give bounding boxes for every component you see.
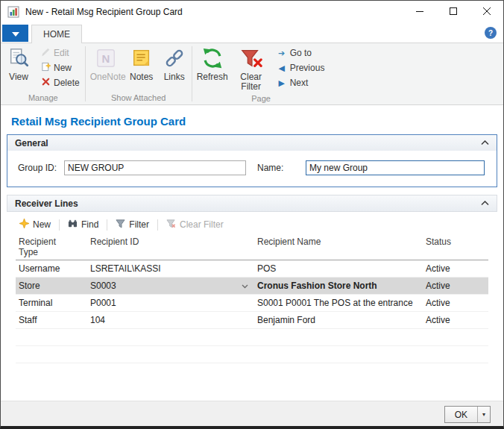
table-row[interactable]: Terminal P0001 S0001 P0001 The POS at th… (16, 295, 488, 312)
goto-label: Go to (290, 48, 312, 58)
ribbon-separator (192, 46, 192, 101)
goto-icon: ➔ (277, 48, 287, 58)
general-section-header[interactable]: General (7, 135, 497, 151)
line-clear-filter-button: Clear Filter (160, 219, 230, 231)
lines-toolbar: New Find Filter (13, 217, 503, 232)
group-id-input[interactable] (64, 160, 246, 175)
next-label: Next (290, 78, 309, 88)
ribbon-group-show-attached: N OneNote Notes (86, 43, 191, 104)
table-row[interactable]: Username LSRETAIL\KASSI POS Active (16, 260, 488, 278)
line-find-button[interactable]: Find (61, 219, 105, 231)
links-icon (163, 47, 186, 72)
refresh-icon (201, 47, 224, 72)
manage-group-label: Manage (2, 93, 84, 104)
cell-recipient-name[interactable]: S0001 P0001 The POS at the entrance (254, 298, 423, 308)
filter-funnel-icon (116, 219, 125, 231)
cell-recipient-id[interactable]: 104 (87, 315, 254, 325)
application-menu-button[interactable] (2, 25, 28, 42)
cell-recipient-type[interactable]: Store (16, 281, 87, 291)
line-filter-button[interactable]: Filter (109, 219, 156, 231)
cell-recipient-id[interactable]: S0003 (87, 281, 254, 291)
table-row-selected[interactable]: Store S0003 Cronus Fashion Store North A… (16, 278, 488, 295)
cell-recipient-name[interactable]: Cronus Fashion Store North (254, 281, 423, 291)
tab-home-label: HOME (43, 29, 70, 40)
maximize-button[interactable] (436, 1, 470, 23)
cell-status[interactable]: Active (423, 281, 488, 291)
minimize-button[interactable] (403, 1, 436, 23)
group-id-label: Group ID: (18, 163, 64, 173)
cell-recipient-type[interactable]: Staff (16, 315, 87, 325)
notes-button[interactable]: Notes (125, 46, 158, 84)
delete-button[interactable]: Delete (37, 75, 84, 90)
general-section: General Group ID: Name: (7, 134, 497, 187)
column-header-recipient-id[interactable]: Recipient ID (87, 237, 254, 247)
window-controls (403, 1, 503, 23)
cell-status[interactable]: Active (423, 263, 488, 274)
receiver-lines-section: Receiver Lines (7, 195, 497, 212)
cell-status[interactable]: Active (423, 298, 488, 308)
clear-filter-funnel-icon (166, 219, 176, 231)
receiver-lines-section-header[interactable]: Receiver Lines (7, 195, 497, 211)
page-group-label: Page (193, 93, 330, 105)
line-new-label: New (33, 219, 51, 230)
view-label: View (9, 72, 28, 82)
cell-recipient-type[interactable]: Terminal (16, 298, 87, 308)
previous-icon: ◀ (277, 63, 287, 73)
cell-recipient-id[interactable]: P0001 (87, 298, 254, 308)
show-attached-group-label: Show Attached (86, 93, 191, 104)
goto-button[interactable]: ➔ Go to (272, 46, 330, 60)
page-title: Retail Msg Recipient Group Card (11, 115, 503, 128)
notes-label: Notes (130, 72, 153, 82)
ok-dropdown-button[interactable]: ▾ (477, 407, 490, 422)
ribbon-group-page: Refresh Clear Filter ➔ Go to (193, 43, 330, 104)
clear-filter-button[interactable]: Clear Filter (232, 46, 271, 93)
line-new-button[interactable]: New (13, 219, 57, 231)
window-title: New - Retail Msg Recipient Group Card (25, 7, 183, 17)
notes-icon (130, 47, 153, 72)
cell-recipient-id[interactable]: LSRETAIL\KASSI (87, 263, 254, 274)
links-button[interactable]: Links (158, 46, 191, 84)
next-button[interactable]: ▶ Next (272, 75, 330, 90)
table-row-empty[interactable] (16, 329, 488, 346)
receiver-lines-header-label: Receiver Lines (15, 198, 78, 209)
maximize-icon (450, 7, 457, 17)
toolbar-separator (59, 219, 60, 231)
line-clear-filter-label: Clear Filter (180, 219, 224, 230)
chevron-down-icon (12, 28, 19, 39)
refresh-button[interactable]: Refresh (193, 46, 232, 84)
table-header-row: Recipient Type Recipient ID Recipient Na… (16, 237, 488, 260)
title-bar: New - Retail Msg Recipient Group Card (1, 1, 503, 23)
general-header-label: General (15, 138, 48, 148)
help-icon: ? (488, 29, 493, 37)
links-label: Links (164, 72, 185, 82)
dropdown-chevron-icon[interactable] (242, 281, 248, 291)
line-filter-label: Filter (129, 219, 149, 230)
tab-home[interactable]: HOME (31, 25, 82, 43)
cell-recipient-type[interactable]: Username (16, 263, 87, 274)
help-button[interactable]: ? (485, 27, 497, 39)
close-button[interactable] (470, 1, 503, 23)
column-header-recipient-name[interactable]: Recipient Name (254, 237, 423, 247)
name-input[interactable] (306, 160, 485, 175)
new-label: New (54, 63, 72, 73)
collapse-up-icon[interactable] (481, 140, 489, 145)
ok-split-button[interactable]: OK ▾ (444, 406, 491, 423)
edit-button: Edit (37, 46, 84, 60)
onenote-label: OneNote (90, 72, 122, 82)
find-binoculars-icon (68, 219, 78, 231)
previous-button[interactable]: ◀ Previous (272, 60, 330, 75)
collapse-up-icon[interactable] (481, 201, 489, 206)
new-button[interactable]: New (37, 60, 84, 75)
clear-filter-icon (240, 47, 262, 72)
cell-recipient-name[interactable]: POS (254, 263, 423, 274)
table-row-empty[interactable] (16, 346, 488, 363)
cell-status[interactable]: Active (423, 315, 488, 325)
column-header-recipient-type[interactable]: Recipient Type (16, 237, 59, 257)
window: New - Retail Msg Recipient Group Card (0, 0, 504, 429)
view-button[interactable]: View (2, 46, 35, 84)
table-row[interactable]: Staff 104 Benjamin Ford Active (16, 312, 488, 329)
toolbar-separator (107, 219, 107, 231)
column-header-status[interactable]: Status (423, 237, 488, 247)
cell-recipient-name[interactable]: Benjamin Ford (254, 315, 423, 325)
ok-button[interactable]: OK (445, 407, 477, 422)
